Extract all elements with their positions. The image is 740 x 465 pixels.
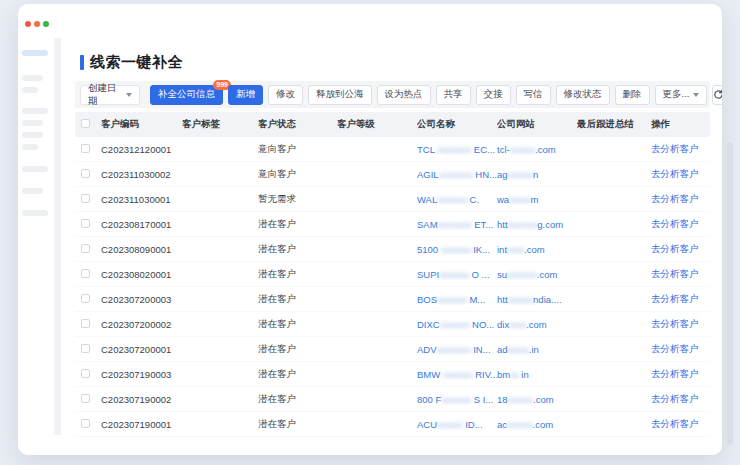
company-website[interactable]: httxxxxxxxg.com	[497, 219, 577, 230]
release-to-pool-button[interactable]: 释放到公海	[308, 85, 372, 105]
table-row[interactable]: C202311030002 意向客户 AGILxxxxxxxx HN... ag…	[75, 162, 710, 187]
window-maximize-dot[interactable]	[43, 21, 49, 27]
customer-code: C202307190001	[101, 419, 182, 430]
set-hotspot-button[interactable]: 设为热点	[377, 85, 431, 105]
table-row[interactable]: C202307200002 潜在客户 DIXCxxxxxxx NO... dix…	[75, 312, 710, 337]
company-website[interactable]: dixxxxx.com	[497, 319, 577, 330]
row-checkbox[interactable]	[81, 169, 90, 178]
analyze-customer-link[interactable]: 去分析客户	[651, 318, 699, 329]
customer-status: 潜在客户	[258, 268, 337, 281]
row-checkbox[interactable]	[81, 244, 90, 253]
row-checkbox[interactable]	[81, 344, 90, 353]
col-customer-status: 客户状态	[258, 118, 337, 131]
analyze-customer-link[interactable]: 去分析客户	[651, 368, 699, 379]
company-website[interactable]: intxxxx.com	[497, 244, 577, 255]
customer-status: 潜在客户	[258, 243, 337, 256]
customer-status: 潜在客户	[258, 393, 337, 406]
delete-button[interactable]: 删除	[615, 85, 650, 105]
company-website[interactable]: agxxxxxxn	[497, 169, 577, 180]
app-window: 线索一键补全 创建日期 补全公司信息 999 新增 修改 释放到公海 设为热点 …	[18, 4, 722, 455]
customer-code: C202307200001	[101, 344, 182, 355]
more-button[interactable]: 更多...	[655, 85, 708, 105]
analyze-customer-link[interactable]: 去分析客户	[651, 343, 699, 354]
company-website[interactable]: acxxxxxx.com	[497, 419, 577, 430]
edit-button[interactable]: 修改	[268, 85, 303, 105]
table-row[interactable]: C202307190001 潜在客户 ACUxxxxxx ID... acxxx…	[75, 412, 710, 437]
row-checkbox[interactable]	[81, 294, 90, 303]
page-title-text: 线索一键补全	[90, 53, 183, 72]
company-website[interactable]: suxxxxxxx.com	[497, 269, 577, 280]
row-checkbox[interactable]	[81, 394, 90, 403]
table-row[interactable]: C202308020001 潜在客户 SUPIxxxxxxx O ... sux…	[75, 262, 710, 287]
sidebar-item[interactable]	[22, 120, 43, 126]
row-checkbox[interactable]	[81, 219, 90, 228]
table-row[interactable]: C202312120001 意向客户 TCL xxxxxxxx EC... tc…	[75, 137, 710, 162]
company-website[interactable]: tcl-xxxxxx.com	[497, 144, 577, 155]
select-all-checkbox[interactable]	[81, 119, 90, 128]
customer-code: C202308020001	[101, 269, 182, 280]
customer-status: 潜在客户	[258, 343, 337, 356]
company-name: 5100 xxxxxxx IK...	[417, 244, 497, 255]
row-checkbox[interactable]	[81, 144, 90, 153]
window-minimize-dot[interactable]	[34, 21, 40, 27]
company-website[interactable]: waxxxxxm	[497, 194, 577, 205]
sidebar-item[interactable]	[22, 132, 43, 138]
company-name: 800 Fxxxxxxx S I...	[417, 394, 497, 405]
company-website[interactable]: bmxx in	[497, 369, 577, 380]
page-scrollbar-thumb[interactable]	[727, 142, 733, 445]
sidebar-item[interactable]	[22, 87, 38, 93]
table-row[interactable]: C202307200003 潜在客户 BOSxxxxxxx M... httxx…	[75, 287, 710, 312]
company-name: WALxxxxxxx C.	[417, 194, 497, 205]
sidebar-item[interactable]	[22, 166, 48, 172]
complete-company-info-button[interactable]: 补全公司信息 999	[150, 85, 223, 105]
write-email-button[interactable]: 写信	[516, 85, 551, 105]
table-row[interactable]: C202308090001 潜在客户 5100 xxxxxxx IK... in…	[75, 237, 710, 262]
col-customer-tag: 客户标签	[182, 118, 258, 131]
col-company-name: 公司名称	[417, 118, 497, 131]
analyze-customer-link[interactable]: 去分析客户	[651, 143, 699, 154]
row-checkbox[interactable]	[81, 269, 90, 278]
title-accent-bar	[80, 55, 84, 70]
table-row[interactable]: C202311030001 暂无需求 WALxxxxxxx C. waxxxxx…	[75, 187, 710, 212]
refresh-icon	[713, 89, 722, 100]
sidebar-item-active[interactable]	[22, 50, 48, 56]
sidebar-item[interactable]	[22, 210, 48, 216]
col-actions: 操作	[651, 118, 710, 131]
analyze-customer-link[interactable]: 去分析客户	[651, 168, 699, 179]
analyze-customer-link[interactable]: 去分析客户	[651, 243, 699, 254]
analyze-customer-link[interactable]: 去分析客户	[651, 393, 699, 404]
add-button[interactable]: 新增	[228, 85, 263, 105]
window-close-dot[interactable]	[25, 21, 31, 27]
customer-code: C202308170001	[101, 219, 182, 230]
row-checkbox[interactable]	[81, 419, 90, 428]
company-website[interactable]: 18xxxxxx.com	[497, 394, 577, 405]
row-checkbox[interactable]	[81, 319, 90, 328]
company-website[interactable]: httxxxxxxndia....	[497, 294, 577, 305]
window-titlebar	[18, 4, 722, 38]
analyze-customer-link[interactable]: 去分析客户	[651, 193, 699, 204]
sidebar-item[interactable]	[22, 108, 48, 114]
table-row[interactable]: C202307200001 潜在客户 ADVxxxxxxxx IN... adx…	[75, 337, 710, 362]
analyze-customer-link[interactable]: 去分析客户	[651, 268, 699, 279]
sidebar-item[interactable]	[22, 188, 43, 194]
sidebar-item[interactable]	[22, 144, 38, 150]
company-website[interactable]: adxxxxx.in	[497, 344, 577, 355]
analyze-customer-link[interactable]: 去分析客户	[651, 293, 699, 304]
change-status-button[interactable]: 修改状态	[556, 85, 610, 105]
table-row[interactable]: C202308170001 潜在客户 SAMxxxxxxxx ET... htt…	[75, 212, 710, 237]
analyze-customer-link[interactable]: 去分析客户	[651, 418, 699, 429]
sidebar-item[interactable]	[22, 75, 43, 81]
customers-table: 客户编码 客户标签 客户状态 客户等级 公司名称 公司网站 最后跟进总结 操作 …	[75, 112, 710, 437]
customer-status: 潜在客户	[258, 368, 337, 381]
customer-code: C202307200003	[101, 294, 182, 305]
row-checkbox[interactable]	[81, 369, 90, 378]
analyze-customer-link[interactable]: 去分析客户	[651, 218, 699, 229]
share-button[interactable]: 共享	[436, 85, 471, 105]
row-checkbox[interactable]	[81, 194, 90, 203]
table-body: C202312120001 意向客户 TCL xxxxxxxx EC... tc…	[75, 137, 710, 437]
table-row[interactable]: C202307190003 潜在客户 BMW xxxxxxx RIV... bm…	[75, 362, 710, 387]
handover-button[interactable]: 交接	[476, 85, 511, 105]
table-row[interactable]: C202307190002 潜在客户 800 Fxxxxxxx S I... 1…	[75, 387, 710, 412]
date-filter-select[interactable]: 创建日期	[80, 85, 140, 105]
refresh-button[interactable]	[712, 85, 722, 105]
